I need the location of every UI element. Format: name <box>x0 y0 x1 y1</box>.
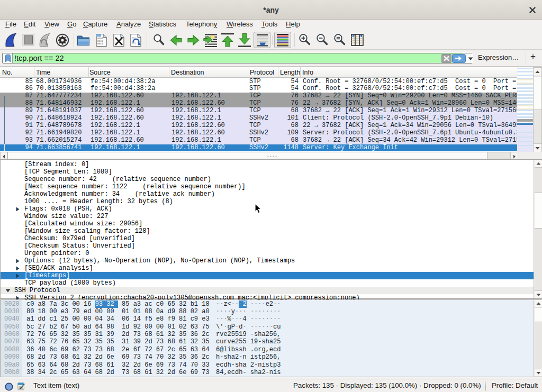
svg-text:011: 011 <box>132 42 136 44</box>
svg-text:0011: 0011 <box>97 42 103 45</box>
